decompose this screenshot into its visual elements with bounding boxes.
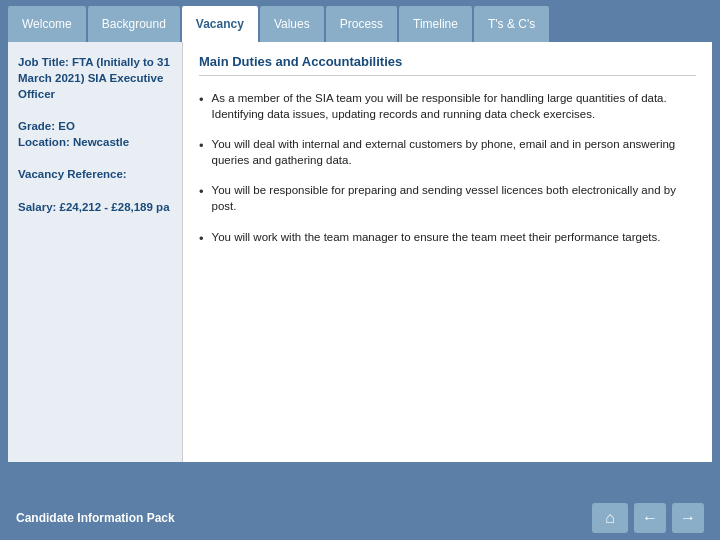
tab-vacancy[interactable]: Vacancy [182, 6, 258, 42]
location-label: Location: Newcastle [18, 134, 172, 150]
tab-process[interactable]: Process [326, 6, 397, 42]
footer-bar: Candidate Information Pack ⌂ ← → [0, 496, 720, 540]
sidebar: Job Title: FTA (Initially to 31 March 20… [8, 42, 183, 462]
bullet-icon: • [199, 137, 204, 155]
list-item: • You will deal with internal and extern… [199, 136, 696, 168]
tab-background[interactable]: Background [88, 6, 180, 42]
footer-title: Candidate Information Pack [16, 511, 175, 525]
duty-text-3: You will be responsible for preparing an… [212, 182, 696, 214]
list-item: • You will work with the team manager to… [199, 229, 696, 248]
job-title-section: Job Title: FTA (Initially to 31 March 20… [18, 54, 172, 102]
tab-values[interactable]: Values [260, 6, 324, 42]
nav-bar: Welcome Background Vacancy Values Proces… [0, 0, 720, 42]
vacancy-ref-label: Vacancy Reference: [18, 168, 127, 180]
vacancy-ref-section: Vacancy Reference: [18, 166, 172, 182]
grade-location-section: Grade: EO Location: Newcastle [18, 118, 172, 150]
forward-button[interactable]: → [672, 503, 704, 533]
duty-text-4: You will work with the team manager to e… [212, 229, 661, 245]
forward-icon: → [680, 509, 696, 527]
home-icon: ⌂ [605, 509, 615, 527]
home-button[interactable]: ⌂ [592, 503, 628, 533]
bullet-icon: • [199, 183, 204, 201]
salary-label: Salary: £24,212 - £28,189 pa [18, 201, 170, 213]
content-title: Main Duties and Accountabilities [199, 54, 696, 76]
duty-text-1: As a member of the SIA team you will be … [212, 90, 696, 122]
tab-ts-cs[interactable]: T's & C's [474, 6, 549, 42]
list-item: • As a member of the SIA team you will b… [199, 90, 696, 122]
list-item: • You will be responsible for preparing … [199, 182, 696, 214]
grade-label: Grade: EO [18, 118, 172, 134]
duties-list: • As a member of the SIA team you will b… [199, 90, 696, 248]
salary-section: Salary: £24,212 - £28,189 pa [18, 199, 172, 215]
back-button[interactable]: ← [634, 503, 666, 533]
bullet-icon: • [199, 91, 204, 109]
bullet-icon: • [199, 230, 204, 248]
job-title-label: Job Title: FTA (Initially to 31 March 20… [18, 56, 170, 100]
main-content: Job Title: FTA (Initially to 31 March 20… [8, 42, 712, 462]
duty-text-2: You will deal with internal and external… [212, 136, 696, 168]
tab-timeline[interactable]: Timeline [399, 6, 472, 42]
tab-welcome[interactable]: Welcome [8, 6, 86, 42]
footer-nav: ⌂ ← → [592, 503, 704, 533]
back-icon: ← [642, 509, 658, 527]
content-panel: Main Duties and Accountabilities • As a … [183, 42, 712, 462]
